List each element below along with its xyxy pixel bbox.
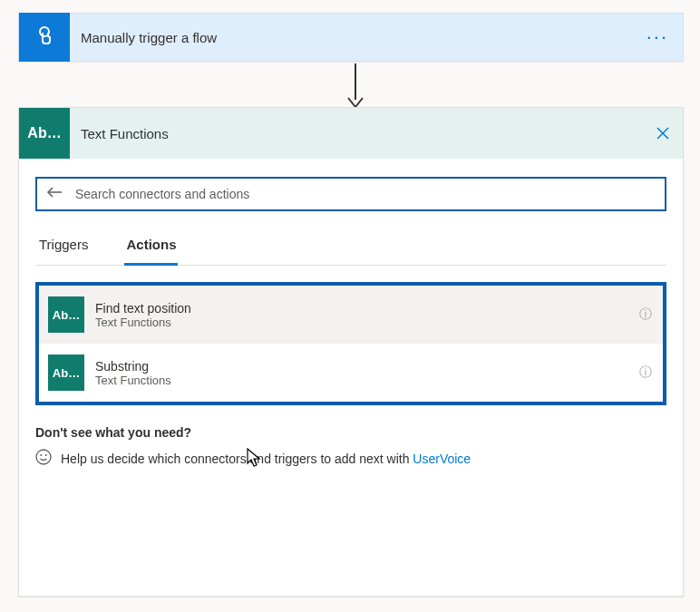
close-icon (656, 126, 670, 141)
action-item-title: Substring (95, 359, 637, 374)
tabs: Triggers Actions (35, 228, 666, 266)
footer-help-text: Help us decide which connectors and trig… (61, 452, 413, 466)
search-input[interactable] (73, 186, 656, 202)
tab-triggers[interactable]: Triggers (37, 228, 90, 265)
svg-point-7 (45, 454, 47, 456)
close-button[interactable] (643, 126, 683, 141)
flow-arrow-icon (345, 60, 366, 109)
info-icon[interactable]: ⓘ (637, 306, 654, 323)
smiley-icon (35, 449, 52, 468)
tab-actions[interactable]: Actions (124, 228, 178, 266)
action-list-highlight: Ab… Find text position Text Functions ⓘ … (35, 282, 666, 405)
search-box[interactable] (35, 177, 666, 211)
svg-point-5 (36, 450, 51, 464)
manual-trigger-icon (19, 13, 70, 62)
trigger-card[interactable]: Manually trigger a flow ··· (18, 13, 684, 62)
trigger-title: Manually trigger a flow (81, 30, 632, 45)
text-functions-connector-icon: Ab… (19, 108, 70, 159)
back-arrow-icon[interactable] (46, 186, 63, 202)
action-item-subtitle: Text Functions (95, 316, 637, 329)
action-item-subtitle: Text Functions (95, 374, 637, 387)
picker-footer: Don't see what you need? Help us decide … (35, 425, 666, 468)
footer-question: Don't see what you need? (35, 425, 666, 440)
action-item-find-text-position[interactable]: Ab… Find text position Text Functions ⓘ (39, 286, 663, 344)
uservoice-link[interactable]: UserVoice (413, 452, 471, 466)
action-item-substring[interactable]: Ab… Substring Text Functions ⓘ (39, 344, 663, 402)
action-item-title: Find text position (95, 301, 637, 316)
action-picker-header: Ab… Text Functions (19, 108, 683, 159)
action-picker-body: Triggers Actions Ab… Find text position … (19, 159, 683, 596)
svg-point-6 (40, 454, 42, 456)
action-picker-title: Text Functions (81, 126, 643, 141)
text-functions-icon: Ab… (48, 355, 84, 391)
action-picker-card: Ab… Text Functions Triggers Actions (18, 107, 684, 597)
info-icon[interactable]: ⓘ (637, 364, 654, 381)
trigger-overflow-button[interactable]: ··· (632, 25, 683, 49)
text-functions-icon: Ab… (48, 296, 84, 333)
